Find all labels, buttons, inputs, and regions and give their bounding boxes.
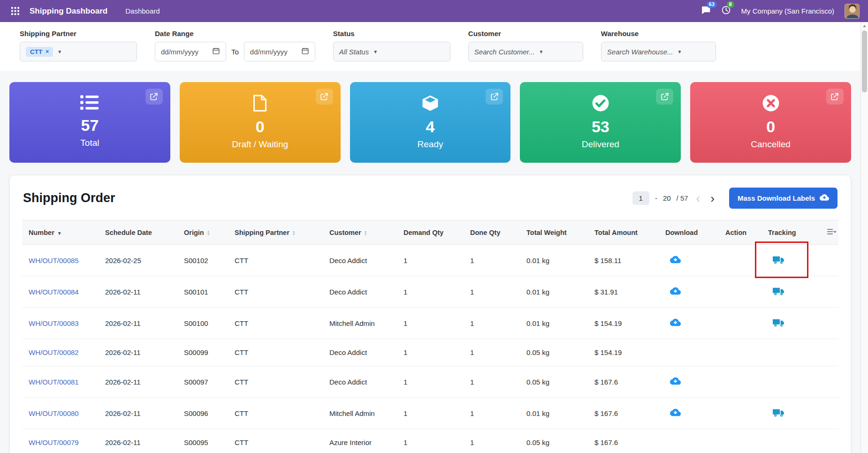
page-start-value[interactable]: 1 xyxy=(632,191,649,205)
scroll-up-icon[interactable]: ▲ xyxy=(861,22,868,28)
open-external-icon[interactable] xyxy=(316,89,333,105)
card-value: 57 xyxy=(9,116,170,135)
stat-card-draft-waiting[interactable]: 0 Draft / Waiting xyxy=(180,82,341,163)
shipping-partner-select[interactable]: CTT × ▼ xyxy=(20,42,137,61)
total-amount-cell: $ 154.19 xyxy=(588,339,659,366)
col-total-amount[interactable]: Total Amount xyxy=(588,220,659,245)
total-weight-cell: 0.01 kg xyxy=(520,245,588,276)
total-amount-cell: $ 31.91 xyxy=(588,276,659,308)
download-label-icon[interactable] xyxy=(670,407,681,418)
open-external-icon[interactable] xyxy=(826,89,844,105)
order-number-link[interactable]: WH/OUT/00084 xyxy=(29,288,79,296)
done-qty-cell: 1 xyxy=(464,398,520,429)
col-total-weight[interactable]: Total Weight xyxy=(520,220,588,245)
app-title[interactable]: Shipping Dashboard xyxy=(30,7,107,16)
done-qty-cell: 1 xyxy=(464,245,520,276)
user-avatar[interactable] xyxy=(845,4,860,19)
col-done-qty[interactable]: Done Qty xyxy=(464,220,520,245)
order-number-link[interactable]: WH/OUT/00079 xyxy=(29,438,79,446)
page-dash: - xyxy=(655,194,657,202)
action-cell xyxy=(719,429,761,453)
tracking-truck-icon[interactable] xyxy=(773,317,784,327)
tracking-truck-icon[interactable] xyxy=(773,408,784,417)
download-label-icon[interactable] xyxy=(670,254,681,265)
col-demand-qty[interactable]: Demand Qty xyxy=(397,220,464,245)
remove-tag-icon[interactable]: × xyxy=(46,48,49,55)
next-page-icon[interactable]: › xyxy=(708,194,717,203)
col-shipping-partner[interactable]: Shipping Partner▲▼ xyxy=(228,220,323,245)
col-number[interactable]: Number▼ xyxy=(22,220,99,245)
table-row: WH/OUT/00080 2026-02-11 S00096 CTT Mitch… xyxy=(22,398,838,429)
filter-status: Status All Status ▼ xyxy=(333,30,450,61)
demand-qty-cell: 1 xyxy=(397,398,464,429)
action-cell xyxy=(719,276,761,308)
col-schedule-date[interactable]: Schedule Date xyxy=(99,220,177,245)
col-customer[interactable]: Customer▲▼ xyxy=(323,220,397,245)
customer-cell: Mitchell Admin xyxy=(323,398,397,429)
activities-button[interactable]: 8 xyxy=(721,5,731,17)
card-label: Delivered xyxy=(520,139,681,150)
customer-search-input[interactable]: Search Customer... ▼ xyxy=(468,42,583,61)
stat-card-ready[interactable]: 4 Ready xyxy=(350,82,511,163)
shipping-partner-cell: CTT xyxy=(228,245,323,276)
table-row: WH/OUT/00085 2026-02-25 S00102 CTT Deco … xyxy=(22,245,838,276)
status-select[interactable]: All Status ▼ xyxy=(333,42,450,61)
total-weight-cell: 0.01 kg xyxy=(520,308,588,339)
prev-page-icon[interactable]: ‹ xyxy=(694,194,703,203)
open-external-icon[interactable] xyxy=(486,89,503,105)
open-external-icon[interactable] xyxy=(145,89,163,105)
demand-qty-cell: 1 xyxy=(397,429,464,453)
col-origin[interactable]: Origin▲▼ xyxy=(177,220,228,245)
shipping-order-panel: Shipping Order 1 - 20 / 57 ‹ › Mass Down… xyxy=(9,175,851,453)
filter-date-range: Date Range dd/mm/yyyy To dd/mm/yyyy xyxy=(155,30,315,61)
date-to-input[interactable]: dd/mm/yyyy xyxy=(244,42,315,61)
menu-item-dashboard[interactable]: Dashboard xyxy=(122,4,163,18)
stat-card-cancelled[interactable]: 0 Cancelled xyxy=(690,82,851,163)
tracking-cell xyxy=(761,339,821,366)
tracking-cell xyxy=(761,398,821,429)
download-label-icon[interactable] xyxy=(670,286,681,296)
calendar-icon[interactable] xyxy=(212,47,220,56)
order-number-link[interactable]: WH/OUT/00082 xyxy=(29,348,79,356)
download-cell xyxy=(659,366,719,398)
customer-placeholder: Search Customer... xyxy=(474,48,535,56)
customer-cell: Azure Interior xyxy=(323,429,397,453)
table-row: WH/OUT/00082 2026-02-11 S00099 CTT Deco … xyxy=(22,339,838,366)
stat-card-total[interactable]: 57 Total xyxy=(9,82,170,163)
action-cell xyxy=(719,339,761,366)
calendar-icon[interactable] xyxy=(301,47,309,56)
origin-cell: S00100 xyxy=(177,308,228,339)
column-options-button[interactable] xyxy=(821,220,838,245)
scrollbar-thumb[interactable] xyxy=(862,30,867,92)
apps-grid-icon[interactable] xyxy=(8,4,22,18)
origin-cell: S00097 xyxy=(177,366,228,398)
tracking-cell xyxy=(761,308,821,339)
mass-download-labels-button[interactable]: Mass Download Labels xyxy=(729,188,838,209)
order-number-link[interactable]: WH/OUT/00081 xyxy=(29,378,79,386)
order-number-link[interactable]: WH/OUT/00083 xyxy=(29,319,79,327)
done-qty-cell: 1 xyxy=(464,339,520,366)
download-cell xyxy=(659,276,719,308)
download-label-icon[interactable] xyxy=(670,317,681,328)
company-switcher[interactable]: My Company (San Francisco) xyxy=(741,7,834,15)
download-cell xyxy=(659,245,719,276)
filters-bar: Shipping Partner CTT × ▼ Date Range dd/m… xyxy=(0,22,860,71)
tracking-truck-icon[interactable] xyxy=(773,286,784,296)
stat-card-delivered[interactable]: 53 Delivered xyxy=(520,82,681,163)
messages-button[interactable]: 63 xyxy=(701,5,711,17)
download-label-icon[interactable] xyxy=(670,376,681,386)
date-range-row: dd/mm/yyyy To dd/mm/yyyy xyxy=(155,42,315,61)
selected-partner-tag[interactable]: CTT × xyxy=(26,47,53,57)
shipping-partner-cell: CTT xyxy=(228,308,323,339)
card-label: Total xyxy=(9,138,170,148)
total-weight-cell: 0.01 kg xyxy=(520,276,588,308)
shipping-order-table: Number▼ Schedule Date Origin▲▼ Shipping … xyxy=(22,220,838,453)
order-number-link[interactable]: WH/OUT/00080 xyxy=(29,409,79,417)
warehouse-search-input[interactable]: Search Warehouse... ▼ xyxy=(601,42,716,61)
tracking-cell xyxy=(761,429,821,453)
open-external-icon[interactable] xyxy=(656,89,673,105)
date-from-input[interactable]: dd/mm/yyyy xyxy=(155,42,226,61)
order-number-link[interactable]: WH/OUT/00085 xyxy=(29,257,79,264)
vertical-scrollbar[interactable]: ▲ xyxy=(860,22,868,453)
tracking-cell xyxy=(761,366,821,398)
